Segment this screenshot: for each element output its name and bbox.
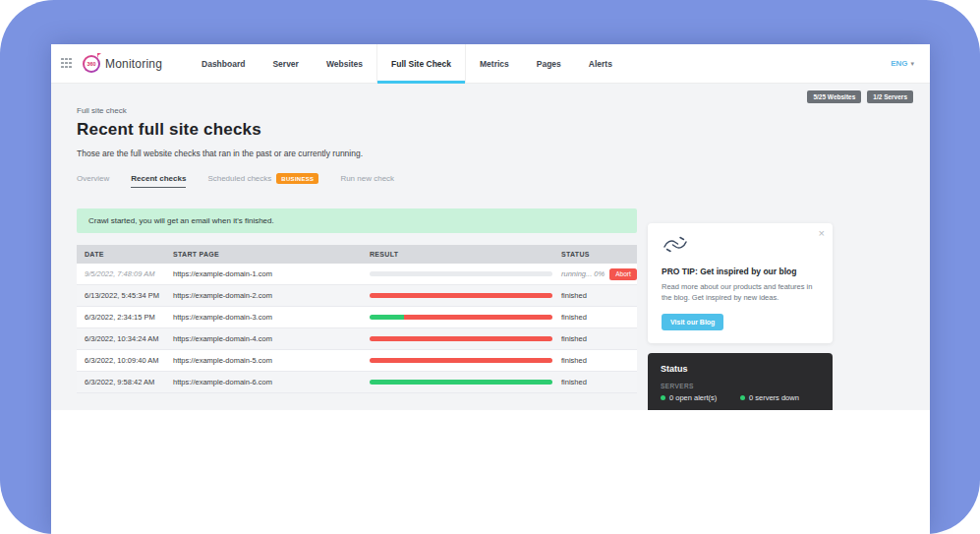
abort-button[interactable]: Abort xyxy=(609,268,637,280)
breadcrumb: Full site check xyxy=(77,106,637,115)
tab-recent-checks[interactable]: Recent checks xyxy=(131,174,186,188)
main-column: Full site check Recent full site checks … xyxy=(77,84,637,393)
success-alert: Crawl started, you will get an email whe… xyxy=(77,208,637,233)
below-fold-area xyxy=(51,410,930,534)
brand-name: Monitoring xyxy=(105,57,162,71)
app-window: 360 Monitoring Dashboard Server Websites… xyxy=(51,44,930,534)
logo-360-icon: 360 xyxy=(83,55,100,73)
nav-item-full-site-check[interactable]: Full Site Check xyxy=(376,44,466,83)
check-start-page: https://example-domain-1.com xyxy=(165,269,362,278)
chevron-down-icon: ▾ xyxy=(910,60,914,68)
check-date: 6/3/2022, 10:34:24 AM xyxy=(77,334,165,343)
nav-item-metrics[interactable]: Metrics xyxy=(466,44,523,83)
status-card: Status SERVERS 0 open alert(s) 0 servers… xyxy=(648,353,833,411)
status-item: 0 open alert(s) xyxy=(661,393,740,402)
handshake-icon xyxy=(662,235,689,255)
protip-card: × PRO TIP: Get inspired by our blog Read… xyxy=(648,223,833,343)
status-item: 0 servers down xyxy=(740,393,820,402)
check-result-bar xyxy=(362,336,553,341)
websites-usage-badge[interactable]: 5/25 Websites xyxy=(807,90,861,103)
tab-overview[interactable]: Overview xyxy=(77,174,109,187)
check-status: finished xyxy=(553,334,637,343)
top-navbar: 360 Monitoring Dashboard Server Websites… xyxy=(51,44,930,84)
language-selector[interactable]: ENG ▾ xyxy=(891,44,930,83)
table-row[interactable]: 9/5/2022, 7:48:09 AM https://example-dom… xyxy=(77,264,637,285)
close-icon[interactable]: × xyxy=(819,228,825,239)
check-result-bar xyxy=(362,293,553,298)
check-result-bar xyxy=(362,358,553,363)
green-dot-icon xyxy=(740,395,745,400)
visit-blog-button[interactable]: Visit our Blog xyxy=(662,314,723,330)
check-result-bar xyxy=(362,380,553,385)
green-dot-icon xyxy=(661,395,665,400)
table-row[interactable]: 6/13/2022, 5:45:34 PM https://example-do… xyxy=(77,285,637,307)
check-date: 6/3/2022, 2:34:15 PM xyxy=(77,313,165,322)
protip-title: PRO TIP: Get inspired by our blog xyxy=(662,267,819,276)
nav-item-websites[interactable]: Websites xyxy=(313,44,376,83)
usage-badges: 5/25 Websites 1/2 Servers xyxy=(807,90,913,103)
protip-body: Read more about our products and feature… xyxy=(662,281,819,304)
app-launcher-icon[interactable] xyxy=(61,58,73,70)
nav-item-server[interactable]: Server xyxy=(259,44,312,83)
check-date: 6/3/2022, 10:09:40 AM xyxy=(77,356,165,365)
table-row[interactable]: 6/3/2022, 10:09:40 AM https://example-do… xyxy=(77,350,637,372)
nav-item-pages[interactable]: Pages xyxy=(523,44,575,83)
checks-table: DATE START PAGE RESULT STATUS 9/5/2022, … xyxy=(77,245,637,393)
language-label: ENG xyxy=(891,59,907,68)
check-status: finished xyxy=(553,378,637,386)
nav-item-dashboard[interactable]: Dashboard xyxy=(188,44,259,83)
check-status: running... 0%Abort xyxy=(553,268,637,280)
business-badge: BUSINESS xyxy=(276,173,318,184)
check-start-page: https://example-domain-5.com xyxy=(165,356,362,365)
check-date: 6/13/2022, 5:45:34 PM xyxy=(77,291,165,300)
check-start-page: https://example-domain-3.com xyxy=(165,313,362,322)
check-start-page: https://example-domain-4.com xyxy=(165,334,362,343)
page-description: Those are the full website checks that r… xyxy=(77,148,637,158)
check-status: finished xyxy=(553,291,637,300)
check-status: finished xyxy=(553,313,637,322)
check-result-bar xyxy=(362,315,553,320)
check-date: 6/3/2022, 9:58:42 AM xyxy=(77,378,165,386)
table-row[interactable]: 6/3/2022, 9:58:42 AM https://example-dom… xyxy=(77,372,637,393)
check-date: 9/5/2022, 7:48:09 AM xyxy=(77,269,165,278)
status-section-servers: SERVERS xyxy=(661,383,820,389)
page-title: Recent full site checks xyxy=(77,120,637,140)
check-start-page: https://example-domain-6.com xyxy=(165,378,362,386)
tab-scheduled-checks[interactable]: Scheduled checksBUSINESS xyxy=(207,173,318,188)
right-column: × PRO TIP: Get inspired by our blog Read… xyxy=(648,223,833,410)
servers-usage-badge[interactable]: 1/2 Servers xyxy=(867,90,913,103)
content-area: 5/25 Websites 1/2 Servers Full site chec… xyxy=(51,84,930,410)
table-header: DATE START PAGE RESULT STATUS xyxy=(77,245,637,264)
tab-run-new-check[interactable]: Run new check xyxy=(340,174,394,187)
check-result-bar xyxy=(362,271,553,276)
table-row[interactable]: 6/3/2022, 2:34:15 PM https://example-dom… xyxy=(77,307,637,328)
brand-logo[interactable]: 360 Monitoring xyxy=(83,44,162,83)
check-start-page: https://example-domain-2.com xyxy=(165,291,362,300)
check-status: finished xyxy=(553,356,637,365)
status-card-title: Status xyxy=(661,364,820,374)
subtabs: Overview Recent checks Scheduled checksB… xyxy=(77,173,637,188)
table-row[interactable]: 6/3/2022, 10:34:24 AM https://example-do… xyxy=(77,328,637,350)
nav-item-alerts[interactable]: Alerts xyxy=(575,44,626,83)
nav-items: Dashboard Server Websites Full Site Chec… xyxy=(188,44,626,83)
